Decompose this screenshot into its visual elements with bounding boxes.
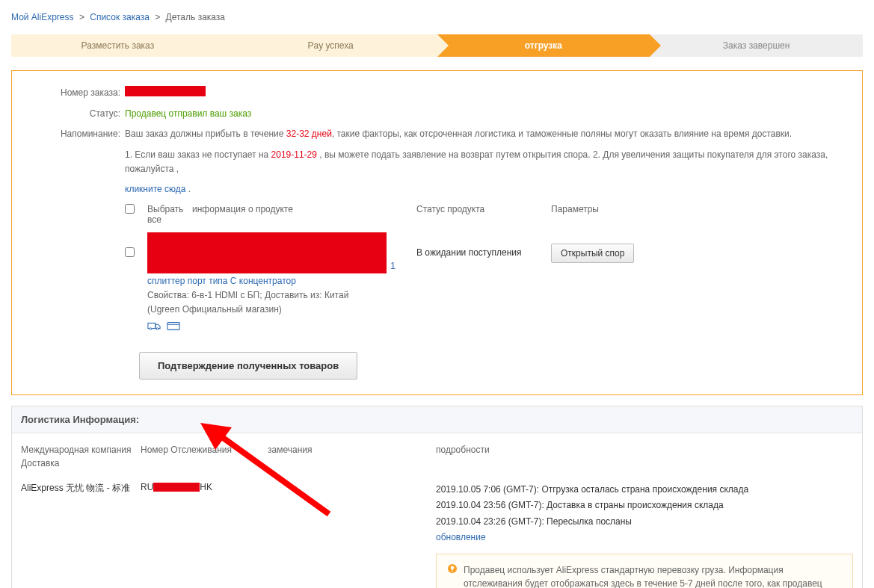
col-select-all: Выбрать все (147, 204, 192, 225)
open-dispute-button[interactable]: Открытый спор (551, 244, 634, 263)
col-params: Параметры (551, 204, 663, 214)
click-here-link[interactable]: кликните сюда (125, 184, 185, 194)
log-col-notes: замечания (268, 445, 436, 455)
order-details-box: Номер заказа: Статус: Продавец отправил … (11, 70, 863, 395)
col-product-info: информация о продукте (192, 204, 416, 214)
svg-point-1 (150, 327, 152, 329)
svg-rect-3 (167, 322, 179, 329)
shipping-company: AliExpress 无忧 物流 - 标准 (21, 482, 141, 495)
product-store: (Ugreen Официальный магазин) (147, 303, 416, 316)
row-status: В ожидании поступления (416, 232, 551, 258)
info-panel: Продавец использует AliExpress стандартн… (436, 554, 853, 588)
progress-step-ship: отгрузка (437, 34, 650, 57)
progress-step-complete: Заказ завершен (650, 34, 863, 57)
tracking-number: RUHK (141, 482, 268, 492)
row-checkbox[interactable] (125, 247, 135, 257)
progress-bar: Разместить заказ Pay успеха отгрузка Зак… (11, 34, 863, 57)
label-reminder: Напоминание: (34, 127, 120, 196)
product-title[interactable]: сплиттер порт типа C концентратор (147, 275, 416, 288)
logistics-box: Логистика Информация: Международная комп… (11, 406, 863, 588)
svg-point-2 (156, 327, 159, 329)
log-col-details: подробности (436, 445, 853, 455)
bulb-icon (447, 563, 458, 588)
tracking-events: 2019.10.05 7:06 (GMT-7): Отгрузка остала… (436, 482, 853, 546)
breadcrumb-current: Деталь заказа (166, 12, 225, 22)
breadcrumb-my[interactable]: Мой AliExpress (11, 12, 74, 22)
progress-step-place: Разместить заказ (11, 34, 224, 57)
truck-icon[interactable] (147, 321, 164, 333)
log-col-company-line2: Доставка (21, 458, 141, 468)
breadcrumb: Мой AliExpress > Список заказа > Деталь … (11, 7, 863, 27)
confirm-receipt-button[interactable]: Подтверждение полученных товаров (139, 352, 357, 380)
table-row: 1 сплиттер порт типа C концентратор Свой… (125, 232, 840, 332)
product-image-redacted: 1 (147, 232, 387, 273)
select-all-checkbox[interactable] (125, 204, 135, 214)
logistics-header: Логистика Информация: (12, 406, 862, 433)
status-value: Продавец отправил ваш заказ (125, 107, 840, 121)
breadcrumb-orders[interactable]: Список заказа (90, 12, 150, 22)
reminder-text: Ваш заказ должны прибыть в течение 32-32… (125, 127, 840, 196)
card-icon[interactable] (167, 321, 180, 333)
log-col-tracking: Номер Отслеживания (141, 445, 268, 455)
svg-rect-6 (452, 571, 453, 572)
label-order-number: Номер заказа: (34, 86, 120, 101)
label-status: Статус: (34, 107, 120, 121)
col-product-status: Статус продукта (416, 204, 551, 214)
svg-rect-0 (148, 323, 156, 328)
update-link[interactable]: обновление (436, 532, 486, 542)
progress-step-pay: Pay успеха (224, 34, 437, 57)
log-col-company: Международная компания (21, 445, 141, 455)
order-number-redacted (125, 86, 206, 96)
product-props: Свойства: 6-в-1 HDMI с БП; Доставить из:… (147, 289, 416, 302)
